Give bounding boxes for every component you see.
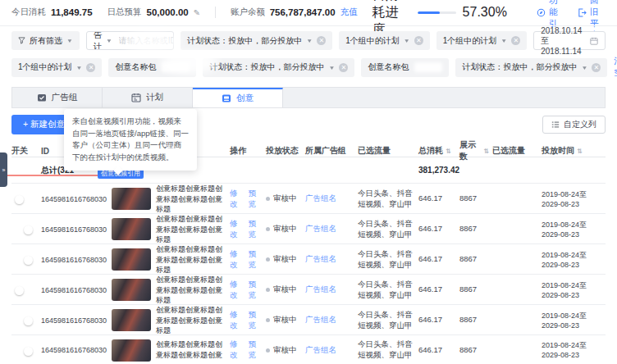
edit-budget-icon[interactable]: ✎: [194, 8, 200, 17]
creative-cell: 创意标题创意标题创意标题创意标题创意标题: [112, 184, 230, 215]
total-cost: 646.17: [418, 254, 459, 265]
funnel-icon: [18, 37, 25, 44]
creative-video-thumbnail[interactable]: [112, 279, 151, 301]
preview-link[interactable]: 预览: [249, 339, 262, 361]
creative-video-thumbnail[interactable]: [112, 188, 151, 210]
calendar-icon: [131, 93, 141, 102]
remove-filter-icon[interactable]: ✕: [511, 36, 520, 45]
tab-item[interactable]: 计划: [103, 88, 193, 107]
tab-item[interactable]: 广告组: [12, 88, 103, 107]
impressions: 8867: [459, 254, 492, 265]
ad-group-link[interactable]: 广告组名: [305, 284, 336, 293]
creative-video-thumbnail[interactable]: [112, 248, 151, 271]
creative-video-thumbnail[interactable]: [112, 339, 151, 362]
creative-title[interactable]: 创意标题创意标题创意标题创意标题创意标题: [156, 305, 225, 336]
preview-link[interactable]: 预览: [249, 280, 262, 301]
date-range-picker[interactable]: 2018.10.14 至 2018.11.14: [533, 31, 606, 50]
search-entity-select[interactable]: 广告计划 ▼: [87, 31, 119, 50]
column-header: 投放时间 ⇅: [542, 145, 606, 157]
remove-filter-icon[interactable]: ✕: [414, 36, 423, 45]
creative-title[interactable]: 创意标题创意标题创意标题创意标题创意标题: [156, 275, 225, 306]
metric-divider: [215, 7, 216, 18]
selected-traffic: 今日头条、抖音短视频、穿山甲: [358, 339, 418, 361]
chevron-down-icon: ▼: [106, 38, 112, 43]
ad-group-link[interactable]: 广告组名: [305, 254, 336, 263]
today-cost-metric: 今日消耗 11,849.75: [11, 7, 93, 18]
column-header: 已选流量: [492, 145, 542, 157]
redacted-text: [414, 62, 442, 72]
sort-icon[interactable]: ⇅: [483, 148, 489, 155]
tab-item[interactable]: 创意: [193, 88, 283, 107]
creative-cell: 创意标题创意标题创意标题创意标题创意: [112, 339, 230, 362]
plan-status-filter-chip[interactable]: 计划状态：投放中，部分投放中 ▼ ✕: [181, 31, 332, 50]
sort-icon[interactable]: ⇅: [577, 148, 583, 155]
delivery-schedule: 2019-08-24至 2029-08-23: [542, 340, 606, 360]
column-header: 开关: [11, 145, 41, 157]
topbar-divider: [0, 25, 617, 26]
chevron-down-icon: ▼: [500, 38, 507, 43]
preview-link[interactable]: 预览: [249, 310, 262, 331]
group-plan-filter-chip[interactable]: 1个组中的计划 ▼ ✕: [11, 58, 102, 77]
remove-filter-icon[interactable]: ✕: [592, 63, 601, 72]
creative-title[interactable]: 创意标题创意标题创意标题创意标题创意标题: [156, 214, 225, 245]
filter-panel: 所有筛选 ▼ 广告计划 ▼ 计划状态：投放中，部分投放中 ▼ ✕ 1个组中的计划: [0, 25, 617, 84]
ad-group-link[interactable]: 广告组名: [305, 315, 336, 324]
adgroup-icon: [37, 93, 47, 102]
column-header: 展示数 ⇅: [459, 139, 492, 162]
creative-video-thumbnail[interactable]: [112, 309, 151, 331]
edit-link[interactable]: 修改: [230, 339, 243, 361]
delivery-status: 审核中: [266, 254, 305, 265]
creative-title[interactable]: 创意标题创意标题创意标题创意标题创意标题: [156, 244, 225, 275]
preview-link[interactable]: 预览: [249, 249, 262, 271]
recharge-link[interactable]: 充值: [340, 7, 358, 18]
creative-cell: 创意标题创意标题创意标题创意标题创意标题: [112, 214, 230, 245]
creative-name-filter-chip[interactable]: 创意名称包: [108, 58, 196, 77]
creative-name-filter-chip[interactable]: 创意名称包: [361, 58, 449, 77]
ad-group-link[interactable]: 广告组名: [305, 224, 336, 233]
remove-filter-icon[interactable]: ✕: [317, 36, 326, 45]
plan-status-filter-chip[interactable]: 计划状态：投放中，部分投放中 ▼ ✕: [455, 58, 607, 77]
ad-group-link[interactable]: 广告组名: [305, 193, 336, 202]
search-input[interactable]: [119, 36, 175, 45]
clear-filters-link[interactable]: 清空: [614, 56, 617, 79]
impressions: 8867: [459, 224, 492, 234]
side-drawer-handle[interactable]: »: [0, 152, 7, 187]
total-cost: 646.17: [418, 193, 459, 204]
total-cost: 646.17: [418, 284, 459, 295]
filter-row-1: 所有筛选 ▼ 广告计划 ▼ 计划状态：投放中，部分投放中 ▼ ✕ 1个组中的计划: [11, 31, 606, 50]
edit-link[interactable]: 修改: [230, 219, 243, 240]
group-plan-filter-chip[interactable]: 1个组中的计划 ▼ ✕: [339, 31, 429, 50]
delivery-schedule: 2019-08-24至 2029-08-23: [542, 250, 606, 270]
delivery-status: 审核中: [266, 193, 305, 204]
delivery-schedule: 2019-08-24至 2029-08-23: [542, 311, 606, 330]
creative-video-thumbnail[interactable]: [112, 218, 151, 240]
progress-fill: [418, 11, 440, 14]
operations-cell: 修改 预览: [230, 219, 266, 240]
group-plan-filter-chip[interactable]: 1个组中的计划 ▼ ✕: [436, 31, 527, 50]
remove-filter-icon[interactable]: ✕: [339, 63, 348, 72]
creative-row: 1645981616768030 创意标题创意标题创意标题创意标题创意标题 修改…: [11, 275, 606, 305]
daily-budget-label: 日总预算: [107, 7, 142, 18]
preview-link[interactable]: 预览: [249, 189, 262, 210]
status-dot: [266, 348, 270, 353]
customize-columns-button[interactable]: 自定义列: [542, 116, 606, 134]
impressions: 8867: [459, 193, 492, 204]
edit-link[interactable]: 修改: [230, 189, 243, 210]
creative-title[interactable]: 创意标题创意标题创意标题创意标题创意标题: [156, 184, 225, 215]
preview-link[interactable]: 预览: [249, 219, 262, 240]
edit-link[interactable]: 修改: [230, 249, 243, 271]
plan-status-filter-chip[interactable]: 计划状态：投放中，部分投放中 ▼ ✕: [203, 58, 354, 77]
selected-traffic: 今日头条、抖音短视频、穿山甲: [358, 249, 418, 271]
entity-tabs: 广告组 计划 创意: [11, 87, 606, 108]
ad-group-link[interactable]: 广告组名: [305, 345, 336, 354]
creative-title[interactable]: 创意标题创意标题创意标题创意标题创意: [156, 339, 225, 360]
edit-link[interactable]: 修改: [230, 310, 243, 331]
creative-id: 1645981616768030: [41, 316, 112, 325]
delivery-status: 审核中: [266, 284, 305, 295]
all-filters-dropdown[interactable]: 所有筛选 ▼: [11, 31, 80, 50]
sort-icon[interactable]: ⇅: [446, 148, 451, 155]
status-dot: [266, 227, 270, 231]
total-cost: 646.17: [418, 315, 459, 325]
edit-link[interactable]: 修改: [230, 280, 243, 301]
remove-filter-icon[interactable]: ✕: [86, 63, 95, 72]
